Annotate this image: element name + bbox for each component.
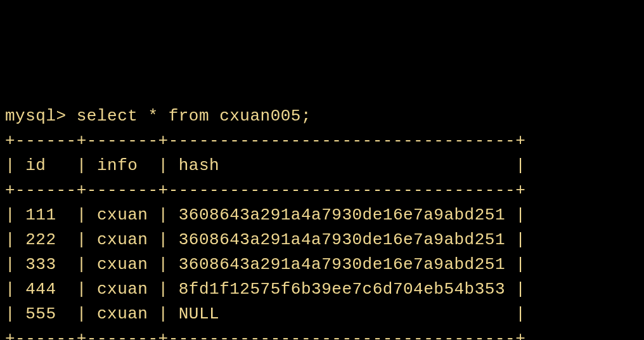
table-row: | 222 | cxuan | 3608643a291a4a7930de16e7…: [5, 230, 525, 249]
table-header-row: | id | info | hash |: [5, 156, 525, 175]
table-border-mid: +------+-------+------------------------…: [5, 181, 525, 200]
mysql-terminal: mysql> select * from cxuan005; +------+-…: [5, 104, 639, 340]
table-row: | 111 | cxuan | 3608643a291a4a7930de16e7…: [5, 206, 525, 225]
table-border-top: +------+-------+------------------------…: [5, 131, 525, 150]
mysql-prompt: mysql>: [5, 107, 77, 126]
table-border-bottom: +------+-------+------------------------…: [5, 329, 525, 340]
table-row: | 333 | cxuan | 3608643a291a4a7930de16e7…: [5, 255, 525, 274]
sql-query: select * from cxuan005;: [77, 107, 311, 126]
table-row: | 444 | cxuan | 8fd1f12575f6b39ee7c6d704…: [5, 280, 525, 299]
table-row: | 555 | cxuan | NULL |: [5, 304, 525, 324]
